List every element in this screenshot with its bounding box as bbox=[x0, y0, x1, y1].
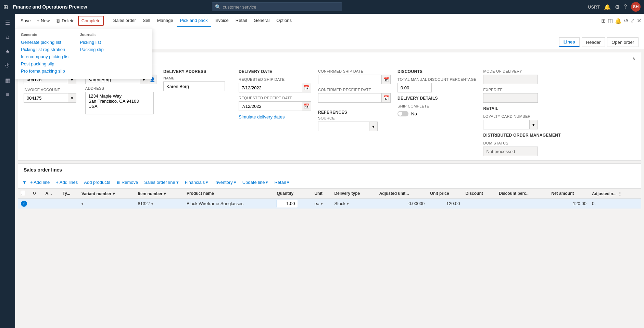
tab-header[interactable]: Header bbox=[582, 37, 605, 47]
mode-of-delivery-input[interactable] bbox=[483, 75, 538, 84]
confirmed-receipt-date-input[interactable] bbox=[318, 93, 382, 103]
requested-receipt-date-cal[interactable]: 📅 bbox=[302, 101, 311, 111]
name-input[interactable] bbox=[163, 81, 225, 91]
row-delivery-type-cell[interactable]: Stock ▾ bbox=[331, 199, 376, 209]
row-unit-cell[interactable]: ea ▾ bbox=[312, 199, 331, 209]
search-input[interactable] bbox=[223, 4, 339, 10]
nav-sell[interactable]: Sell bbox=[139, 14, 154, 27]
section-header-lines[interactable]: Sales order lines bbox=[18, 164, 641, 176]
row-quantity-cell[interactable] bbox=[274, 199, 312, 209]
complete-button[interactable]: Complete bbox=[78, 16, 104, 26]
add-products-btn[interactable]: Add products bbox=[81, 178, 113, 186]
notification2-icon[interactable]: 🔔 bbox=[615, 17, 622, 24]
simulate-link[interactable]: Simulate delivery dates bbox=[239, 114, 311, 119]
sidebar-list-icon[interactable]: ≡ bbox=[1, 88, 14, 101]
invoice-account-dropdown-icon[interactable]: ▾ bbox=[68, 93, 76, 103]
col-item[interactable]: Item number ▾ bbox=[135, 189, 184, 199]
remove-btn[interactable]: 🗑 Remove bbox=[114, 178, 141, 186]
tab-lines[interactable]: Lines bbox=[559, 37, 580, 47]
nav-manage[interactable]: Manage bbox=[154, 14, 177, 27]
sidebar-menu-icon[interactable]: ☰ bbox=[1, 16, 14, 29]
intercompany-picking-list[interactable]: Intercompany picking list bbox=[21, 53, 70, 60]
ship-complete-label: Ship complete bbox=[397, 104, 476, 108]
quantity-input[interactable] bbox=[277, 200, 297, 207]
nav-options[interactable]: Options bbox=[273, 14, 295, 27]
user-label: USRT bbox=[588, 4, 600, 10]
loyalty-card-dropdown-icon[interactable]: ▾ bbox=[530, 120, 538, 129]
avatar[interactable]: SH bbox=[631, 2, 641, 12]
filter-icon[interactable]: ▼ bbox=[22, 180, 27, 185]
total-manual-discount-input[interactable] bbox=[397, 83, 432, 92]
row-checkbox-cell[interactable]: ✓ bbox=[18, 199, 30, 209]
collapse-icon[interactable]: ∧ bbox=[632, 56, 635, 61]
retail-btn[interactable]: Retail ▾ bbox=[272, 178, 292, 186]
requested-ship-date-cal[interactable]: 📅 bbox=[302, 83, 311, 92]
col-discount: Discount bbox=[463, 189, 496, 199]
confirmed-receipt-date-cal[interactable]: 📅 bbox=[382, 93, 391, 103]
new-button[interactable]: + New bbox=[34, 16, 53, 25]
generate-section: Generate Generate picking list Picking l… bbox=[21, 33, 70, 75]
restore-icon[interactable]: ⤢ bbox=[630, 17, 635, 24]
picking-list-registration[interactable]: Picking list registration bbox=[21, 46, 70, 53]
inventory-btn[interactable]: Inventory ▾ bbox=[212, 178, 239, 186]
sidebar-favorites-icon[interactable]: ★ bbox=[1, 45, 14, 58]
add-lines-label: + Add lines bbox=[56, 180, 78, 185]
remove-label: Remove bbox=[122, 180, 138, 185]
save-button[interactable]: Save bbox=[18, 16, 34, 25]
sidebar-home-icon[interactable]: ⌂ bbox=[1, 31, 14, 43]
source-dropdown-icon[interactable]: ▾ bbox=[369, 122, 378, 131]
retail-label: Retail bbox=[274, 180, 286, 185]
item-dropdown-icon[interactable]: ▾ bbox=[151, 202, 153, 206]
sales-order-line-btn[interactable]: Sales order line ▾ bbox=[141, 178, 181, 186]
col-variant[interactable]: Variant number ▾ bbox=[79, 189, 135, 199]
close-icon[interactable]: ✕ bbox=[637, 17, 641, 24]
invoice-account-input[interactable] bbox=[24, 93, 68, 103]
update-line-btn[interactable]: Update line ▾ bbox=[240, 178, 271, 186]
source-input[interactable] bbox=[318, 122, 369, 131]
pro-forma-packing-slip[interactable]: Pro forma packing slip bbox=[21, 67, 70, 75]
row-item-cell[interactable]: 81327 ▾ bbox=[135, 199, 184, 209]
nav-general[interactable]: General bbox=[250, 14, 273, 27]
notification-icon[interactable]: 🔔 bbox=[604, 4, 611, 10]
requested-ship-date-input[interactable] bbox=[239, 83, 302, 92]
nav-retail[interactable]: Retail bbox=[232, 14, 250, 27]
settings-icon[interactable]: ⚙ bbox=[615, 4, 620, 10]
sidebar-recent-icon[interactable]: ⏱ bbox=[1, 60, 14, 72]
discounts-label: DISCOUNTS bbox=[397, 69, 476, 74]
confirmed-ship-date-cal[interactable]: 📅 bbox=[382, 75, 391, 84]
picking-list-journal[interactable]: Picking list bbox=[80, 39, 103, 46]
expand-icon[interactable]: ⊞ bbox=[601, 17, 606, 24]
expedite-input[interactable] bbox=[483, 93, 538, 103]
add-lines-btn[interactable]: + Add lines bbox=[53, 178, 80, 186]
delete-button[interactable]: 🗑 Delete bbox=[53, 16, 77, 25]
post-packing-slip[interactable]: Post packing slip bbox=[21, 60, 70, 67]
row-variant-cell[interactable]: ▾ bbox=[79, 199, 135, 209]
grid-icon[interactable]: ⊞ bbox=[3, 4, 8, 10]
unit-dropdown-icon[interactable]: ▾ bbox=[321, 202, 323, 206]
tab-open-order[interactable]: Open order bbox=[607, 37, 639, 47]
col-checkbox[interactable] bbox=[18, 189, 30, 199]
help-icon[interactable]: ? bbox=[624, 4, 627, 10]
nav-pick-and-pack[interactable]: Pick and pack bbox=[177, 14, 211, 27]
packing-slip-journal[interactable]: Packing slip bbox=[80, 46, 103, 53]
address-textarea[interactable]: 1234 Maple Way San Francisco, CA 94103 U… bbox=[85, 92, 154, 114]
refresh-icon[interactable]: ↺ bbox=[624, 17, 628, 24]
col-menu-icon[interactable]: ⋮ bbox=[618, 191, 622, 196]
ship-complete-toggle[interactable] bbox=[397, 111, 408, 116]
requested-receipt-date-input[interactable] bbox=[239, 101, 302, 111]
nav-sales-order[interactable]: Sales order bbox=[110, 14, 139, 27]
search-box[interactable]: 🔍 bbox=[212, 2, 342, 11]
select-all-checkbox[interactable] bbox=[21, 191, 25, 195]
financials-btn[interactable]: Financials ▾ bbox=[182, 178, 211, 186]
loyalty-card-input[interactable] bbox=[483, 120, 530, 129]
confirmed-ship-date-input[interactable] bbox=[318, 75, 382, 84]
nav-invoice[interactable]: Invoice bbox=[211, 14, 232, 27]
generate-picking-list[interactable]: Generate picking list bbox=[21, 39, 70, 46]
variant-dropdown-icon[interactable]: ▾ bbox=[81, 202, 84, 206]
sidebar-toggle-icon[interactable]: ◫ bbox=[608, 17, 613, 24]
delivery-type-dropdown-icon[interactable]: ▾ bbox=[347, 202, 349, 206]
sidebar-workspaces-icon[interactable]: ▦ bbox=[1, 74, 14, 86]
add-line-btn[interactable]: + Add line bbox=[27, 178, 52, 186]
table-row[interactable]: ✓ ▾ 81327 bbox=[18, 199, 641, 209]
sidebar: ☰ ⌂ ★ ⏱ ▦ ≡ bbox=[0, 14, 15, 328]
